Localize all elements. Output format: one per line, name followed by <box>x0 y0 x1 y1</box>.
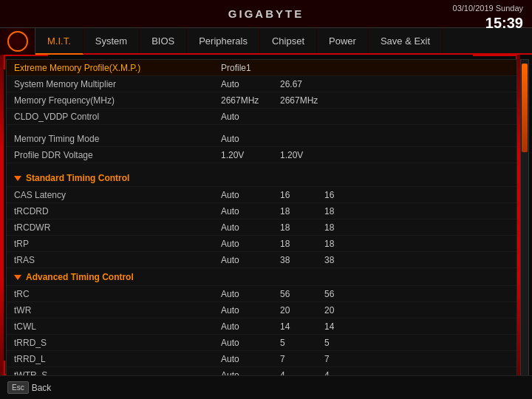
setting-val3: 56 <box>324 289 369 299</box>
setting-row: System Memory MultiplierAuto26.67 <box>7 76 516 92</box>
setting-row: tRRD_SAuto55 <box>7 335 516 351</box>
setting-val3: 18 <box>324 222 369 233</box>
setting-label: Extreme Memory Profile(X.M.P.) <box>14 63 221 73</box>
brand-name: GIGABYTE <box>228 7 304 20</box>
setting-val1: Auto <box>221 255 280 265</box>
nav-item-save-exit[interactable]: Save & Exit <box>369 28 443 53</box>
setting-val1: Auto <box>221 338 280 348</box>
setting-label: tCWL <box>14 321 221 332</box>
setting-label: Profile DDR Voltage <box>14 150 221 160</box>
setting-val1: Auto <box>221 190 280 200</box>
setting-label: Memory Timing Mode <box>14 134 221 144</box>
esc-key: Esc <box>7 381 29 394</box>
section-header-row: Advanced Timing Control <box>7 268 516 286</box>
setting-row: tRASAuto3838 <box>7 252 516 268</box>
setting-val2: 56 <box>280 289 324 299</box>
setting-row[interactable]: Extreme Memory Profile(X.M.P.)Profile1 <box>7 60 516 76</box>
nav-item-bios[interactable]: BIOS <box>140 28 187 53</box>
setting-val3: 18 <box>324 206 369 216</box>
bottom-bar: Esc Back <box>0 375 532 399</box>
setting-label: tRC <box>14 289 221 299</box>
setting-row: tRCAuto5656 <box>7 286 516 302</box>
setting-val2: 7 <box>280 354 324 364</box>
setting-row: CLDO_VDDP ControlAuto <box>7 109 516 125</box>
setting-row: tRCDRDAuto1818 <box>7 203 516 219</box>
setting-val1: 1.20V <box>221 150 280 160</box>
settings-table: Extreme Memory Profile(X.M.P.)Profile1Sy… <box>7 60 516 395</box>
setting-val1: Auto <box>221 134 280 144</box>
nav-item-peripherals[interactable]: Peripherals <box>187 28 260 53</box>
setting-val3: 14 <box>324 321 369 332</box>
setting-val1: Auto <box>221 239 280 249</box>
setting-label: Advanced Timing Control <box>14 272 221 282</box>
setting-val2: 26.67 <box>280 79 324 89</box>
setting-val1: Auto <box>221 206 280 216</box>
setting-label: tRCDWR <box>14 222 221 233</box>
triangle-icon <box>14 176 21 181</box>
setting-val3: 7 <box>324 354 369 364</box>
nav-item-power[interactable]: Power <box>317 28 369 53</box>
setting-val1: Profile1 <box>221 63 280 73</box>
main-area: Extreme Memory Profile(X.M.P.)Profile1Sy… <box>0 55 532 399</box>
setting-label: tWR <box>14 305 221 316</box>
setting-label: CAS Latency <box>14 190 221 200</box>
content-panel: Extreme Memory Profile(X.M.P.)Profile1Sy… <box>6 59 517 395</box>
nav-item-mit[interactable]: M.I.T. <box>35 28 83 55</box>
scrollbar-track[interactable] <box>520 59 529 395</box>
setting-row: CAS LatencyAuto1616 <box>7 187 516 203</box>
setting-row: tWRAuto2020 <box>7 302 516 318</box>
setting-val3: 16 <box>324 190 369 200</box>
setting-val2: 38 <box>280 255 324 265</box>
setting-label: Standard Timing Control <box>14 173 221 183</box>
setting-val2: 16 <box>280 190 324 200</box>
left-deco <box>0 55 4 375</box>
setting-val1: Auto <box>221 289 280 299</box>
setting-val2: 18 <box>280 222 324 233</box>
nav-bar: M.I.T. System BIOS Peripherals Chipset P… <box>0 28 532 55</box>
section-header-row: Standard Timing Control <box>7 169 516 187</box>
setting-val1: Auto <box>221 222 280 233</box>
setting-label: tRRD_L <box>14 354 221 364</box>
nav-item-system[interactable]: System <box>83 28 140 53</box>
setting-val1: Auto <box>221 354 280 364</box>
top-bar: GIGABYTE 03/10/2019 Sunday 15:39 <box>0 0 532 28</box>
setting-label: System Memory Multiplier <box>14 79 221 89</box>
setting-label: Memory Frequency(MHz) <box>14 95 221 106</box>
nav-item-chipset[interactable]: Chipset <box>260 28 317 53</box>
setting-row: tRPAuto1818 <box>7 236 516 252</box>
setting-row: Profile DDR Voltage1.20V1.20V <box>7 147 516 163</box>
triangle-icon <box>14 275 21 280</box>
setting-val1: Auto <box>221 79 280 89</box>
setting-val3: 5 <box>324 338 369 348</box>
nav-logo <box>0 28 35 55</box>
setting-label: tRP <box>14 239 221 249</box>
setting-row: Memory Frequency(MHz)2667MHz2667MHz <box>7 92 516 109</box>
setting-row: tRRD_LAuto77 <box>7 351 516 367</box>
setting-row: tRCDWRAuto1818 <box>7 219 516 236</box>
setting-row: Memory Timing ModeAuto <box>7 131 516 147</box>
setting-row: tCWLAuto1414 <box>7 318 516 335</box>
setting-val2: 14 <box>280 321 324 332</box>
setting-val2: 1.20V <box>280 150 324 160</box>
back-label: Back <box>32 383 52 393</box>
setting-label: CLDO_VDDP Control <box>14 112 221 122</box>
setting-val2: 20 <box>280 305 324 316</box>
spacer-row <box>7 125 516 131</box>
setting-val1: 2667MHz <box>221 95 280 106</box>
setting-val1: Auto <box>221 321 280 332</box>
setting-val2: 5 <box>280 338 324 348</box>
setting-val3: 38 <box>324 255 369 265</box>
logo-gear-icon <box>7 31 28 52</box>
setting-label: tRAS <box>14 255 221 265</box>
spacer-row <box>7 163 516 169</box>
setting-label: tRRD_S <box>14 338 221 348</box>
setting-val2: 2667MHz <box>280 95 324 106</box>
setting-val1: Auto <box>221 112 280 122</box>
setting-val2: 18 <box>280 206 324 216</box>
setting-val3: 18 <box>324 239 369 249</box>
nav-items: M.I.T. System BIOS Peripherals Chipset P… <box>35 28 532 53</box>
setting-val1: Auto <box>221 305 280 316</box>
setting-label: tRCDRD <box>14 206 221 216</box>
date-day: 03/10/2019 Sunday <box>453 4 523 13</box>
scrollbar-thumb[interactable] <box>522 64 528 152</box>
